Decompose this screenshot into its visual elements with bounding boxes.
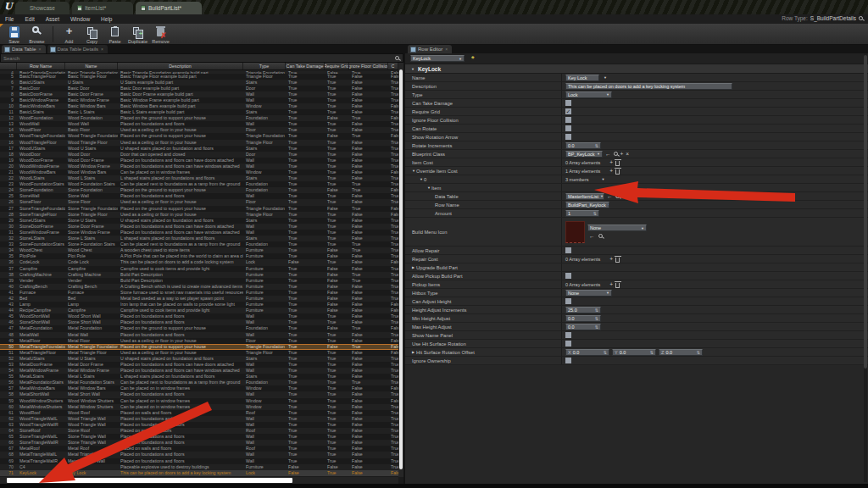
- delete-elements-icon[interactable]: [615, 283, 620, 288]
- table-row-MetalFloor[interactable]: 49MetalFloorMetal FloorUsed as a ceiling…: [0, 338, 398, 344]
- checkbox[interactable]: [565, 247, 571, 253]
- tab-row-editor[interactable]: Row Editor ×: [408, 45, 452, 53]
- table-row-MetalDoorFrame[interactable]: 53MetalDoorFrameMetal Door FramePlaced o…: [0, 362, 398, 368]
- table-row-StoneDoorFrame[interactable]: 30StoneDoorFrameStone Door FramePlaced o…: [0, 224, 398, 230]
- dropdown[interactable]: BuildPart_Keylock▼: [565, 202, 609, 208]
- expander-open-icon[interactable]: ▼: [411, 67, 415, 71]
- table-row-StoneLStairs[interactable]: 32StoneLStairsStone L StairsL shaped sta…: [0, 236, 398, 241]
- table-row-Lamp[interactable]: 43LampLampIron lamp that can be placed o…: [0, 302, 398, 308]
- toolbar-duplicate-button[interactable]: Duplicate: [126, 25, 149, 44]
- table-row-KeyLock[interactable]: 71KeyLockKey LockThis can be placed on d…: [0, 470, 398, 476]
- vertical-scrollbar[interactable]: [398, 63, 403, 477]
- table-row-MetalWindowBars[interactable]: 57MetalWindowBarsMetal Window BarsCan be…: [0, 385, 398, 391]
- table-row-WoodDoorFrame[interactable]: 19WoodDoorFrameWood Door FramePlaced on …: [0, 158, 398, 164]
- horizontal-scrollbar-thumb[interactable]: [7, 478, 292, 483]
- column-header-ignore-floor-collision[interactable]: Ignore Floor Collision: [349, 63, 388, 69]
- table-row-WoodWall[interactable]: 13WoodWallWood WallPlaced on foundations…: [0, 121, 398, 127]
- column-header-description[interactable]: Description: [118, 63, 243, 69]
- use-selected-icon[interactable]: ←: [607, 193, 613, 199]
- table-row-WoodLStairs[interactable]: 22WoodLStairsWood L StairsL shaped stair…: [0, 175, 398, 181]
- table-row-WoodFoundationStairs[interactable]: 23WoodFoundationStairsWood Foundation St…: [0, 181, 398, 187]
- checkbox[interactable]: [565, 117, 571, 123]
- column-header-can-take-damage[interactable]: Can Take Damage: [286, 63, 325, 69]
- table-row-WoodRoof[interactable]: 61WoodRoofWood RoofPlaced on walls and f…: [0, 410, 398, 416]
- window-tab-buildpartlist[interactable]: BuildPartList*: [136, 2, 202, 14]
- column-header-row-name[interactable]: Row Name: [17, 63, 65, 69]
- dropdown[interactable]: None▼: [565, 290, 612, 297]
- table-row-BasicLStairs[interactable]: 11BasicLStairsBasic L StairsBasic L Stai…: [0, 109, 398, 115]
- checkbox[interactable]: [565, 100, 571, 106]
- table-row-Bed[interactable]: 42BedBedMetal bed useded as a way to set…: [0, 296, 398, 302]
- multi-value-grip-icon[interactable]: ⇅: [595, 316, 598, 321]
- column-header-require-grid[interactable]: Require Grid: [325, 63, 349, 69]
- horizontal-scrollbar[interactable]: [0, 477, 398, 484]
- table-row-StoneFoundation[interactable]: 24StoneFoundationStone FoundationPlaced …: [0, 187, 398, 193]
- multi-value-grip-icon[interactable]: ⇅: [593, 211, 597, 216]
- add-element-icon[interactable]: +: [609, 281, 613, 287]
- table-row-WoodWindowBars[interactable]: 21WoodWindowBarsWood Window BarsCan be p…: [0, 169, 398, 175]
- table-row-MetalUStairs[interactable]: 52MetalUStairsMetal U StairsU shaped sta…: [0, 356, 398, 362]
- checkbox[interactable]: [565, 341, 571, 347]
- table-row-MetalFoundation[interactable]: 47MetalFoundationMetal FoundationPlaced …: [0, 325, 398, 331]
- panel-scrollbar[interactable]: [864, 53, 867, 482]
- table-row-WoodTriangleWallL[interactable]: 62WoodTriangleWallLWood Triangle WallPla…: [0, 416, 398, 422]
- chevron-down-icon[interactable]: ▼: [604, 75, 607, 80]
- panel-scrollbar-thumb[interactable]: [864, 55, 867, 369]
- asset-dropdown[interactable]: BP_KeyLock▼: [565, 151, 603, 158]
- value-field[interactable]: 0.0⇅: [565, 324, 601, 330]
- toolbar-browse-button[interactable]: Browse: [25, 25, 48, 44]
- delete-elements-icon[interactable]: [615, 258, 620, 263]
- table-row-BasicDoorFrame[interactable]: 8BasicDoorFrameBasic Door FrameBasic Doo…: [0, 92, 398, 97]
- table-row-BasicDoor[interactable]: 7BasicDoorBasic DoorBasic Door example b…: [0, 86, 398, 92]
- table-row-MetalFoundationStairs[interactable]: 56MetalFoundationStairsMetal Foundation …: [0, 380, 398, 385]
- table-row-MetalWall[interactable]: 48MetalWallMetal WallPlaced on foundatio…: [0, 332, 398, 338]
- value-field[interactable]: 0.0⇅: [565, 315, 601, 322]
- close-icon[interactable]: ×: [445, 47, 448, 52]
- table-row-StoneWall[interactable]: 25StoneWallStone WallPlaced on foundatio…: [0, 193, 398, 199]
- dropdown[interactable]: Lock▼: [565, 92, 612, 98]
- table-row-Campfire[interactable]: 37CampfireCampfireCampfire used to cook …: [0, 266, 398, 272]
- add-icon[interactable]: +: [620, 151, 624, 157]
- vector-y-field[interactable]: Y0.0⇅: [612, 349, 656, 356]
- checkbox[interactable]: [565, 332, 571, 338]
- table-row-BasicUStairs[interactable]: 6BasicUStairsU StairsU Stairs example bu…: [0, 80, 398, 86]
- value-field[interactable]: 25.0⇅: [565, 307, 601, 313]
- multi-value-grip-icon[interactable]: ⇅: [595, 143, 598, 148]
- table-row-WoodTriangleFloor[interactable]: 16WoodTriangleFloorWood Triangle FloorUs…: [0, 140, 398, 146]
- table-row-WoodWindowShutters[interactable]: 59WoodWindowShuttersWood Window Shutters…: [0, 398, 398, 404]
- table-row-WoodTriangleFoundation[interactable]: 15WoodTriangleFoundationWood Triangle Fo…: [0, 133, 398, 139]
- table-row-WoodTriangleWallR[interactable]: 63WoodTriangleWallRWood Triangle WallPla…: [0, 422, 398, 428]
- table-row-BasicWindowFrame[interactable]: 9BasicWindowFrameBasic Window FrameBasic…: [0, 97, 398, 103]
- tab-data-table[interactable]: Data Table×: [2, 45, 46, 53]
- checkbox[interactable]: [565, 125, 571, 131]
- table-row-CraftingBench[interactable]: 40CraftingBenchCrafting BenchA Crafting …: [0, 284, 398, 290]
- menu-item-window[interactable]: Window: [70, 16, 90, 22]
- multi-value-grip-icon[interactable]: ⇅: [604, 350, 607, 355]
- table-row-MetalWindowShutters[interactable]: 60MetalWindowShuttersMetal Window Shutte…: [0, 404, 398, 410]
- browse-icon[interactable]: [598, 234, 603, 238]
- use-selected-icon[interactable]: ←: [605, 151, 611, 157]
- checkbox[interactable]: [565, 273, 571, 279]
- vector-z-field[interactable]: Z0.0⇅: [659, 349, 703, 356]
- multi-value-grip-icon[interactable]: ⇅: [650, 350, 654, 355]
- table-row-CodeLock[interactable]: 36CodeLockCode LockThis can be placed on…: [0, 259, 398, 265]
- table-row-WoodDoor[interactable]: 18WoodDoorWood DoorDoor that can opened …: [0, 152, 398, 158]
- column-header-c[interactable]: C: [388, 63, 398, 69]
- close-icon[interactable]: ×: [101, 47, 103, 52]
- table-row-MetalWindowFrame[interactable]: 54MetalWindowFrameMetal Window FramePlac…: [0, 368, 398, 374]
- value-field[interactable]: 1⇅: [565, 210, 599, 217]
- clear-icon[interactable]: ×: [626, 151, 629, 157]
- use-selected-icon[interactable]: ←: [589, 233, 595, 239]
- column-header-name[interactable]: Name: [65, 63, 118, 69]
- row-type-value[interactable]: S_BuildPartDetails: [810, 15, 856, 21]
- toolbar-remove-button[interactable]: Remove: [149, 25, 172, 44]
- dropdown[interactable]: Key Lock: [565, 75, 599, 81]
- checkbox[interactable]: [565, 298, 571, 304]
- window-tab-itemlist[interactable]: ItemList*: [72, 2, 133, 14]
- toolbar-add-button[interactable]: +Add: [58, 25, 81, 44]
- toolbar-paste-button[interactable]: Paste: [103, 25, 126, 44]
- table-row-RecipeCampfire[interactable]: 44RecipeCampfireCampfireCampfire used to…: [0, 308, 398, 313]
- table-row-MetalRoof[interactable]: 67MetalRoofMetal RoofPlaced on walls and…: [0, 446, 398, 452]
- table-row-Vender[interactable]: 39VenderVenderBuild Part DescriptionFurn…: [0, 278, 398, 284]
- table-row-WoodWindowFrame[interactable]: 20WoodWindowFrameWood Window FramePlaced…: [0, 164, 398, 169]
